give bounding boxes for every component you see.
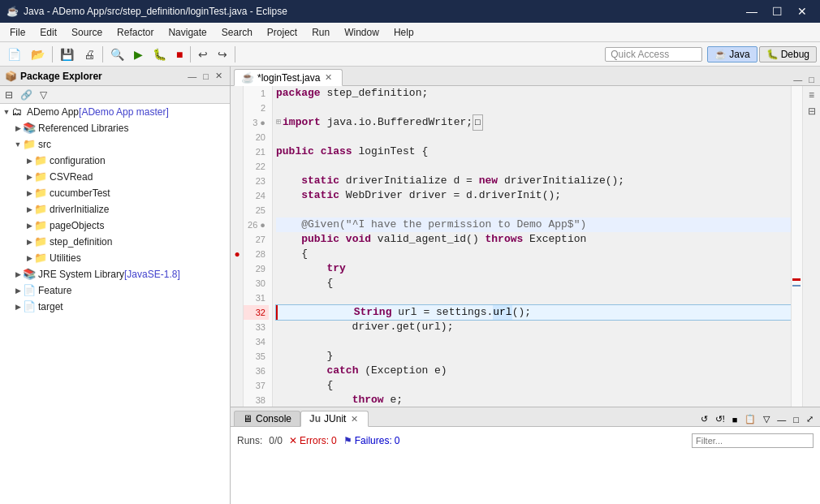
right-icon-1[interactable]: ≡ bbox=[805, 88, 819, 102]
toolbar-run-btn[interactable]: ▶ bbox=[130, 45, 147, 63]
tree-icon-stepdefinition: 📁 bbox=[34, 235, 47, 248]
tree-link-btn[interactable]: 🔗 bbox=[17, 88, 36, 102]
perspective-java-btn[interactable]: ☕ Java bbox=[707, 46, 757, 62]
linenum-31: 31 bbox=[244, 291, 269, 305]
tree-item-feature[interactable]: ▶ 📄 Feature bbox=[0, 282, 230, 299]
bottom-tab-junit[interactable]: Ju JUnit ✕ bbox=[300, 411, 369, 427]
failure-icon: ⚑ bbox=[343, 435, 352, 446]
toolbar-search-btn[interactable]: 🔍 bbox=[106, 45, 128, 63]
tree-item-target[interactable]: ▶ 📄 target bbox=[0, 299, 230, 315]
package-explorer-title: Package Explorer bbox=[20, 71, 102, 82]
editor-area: ☕ *loginTest.java ✕ — □ bbox=[231, 67, 820, 504]
menu-project[interactable]: Project bbox=[261, 25, 304, 40]
debug-perspective-icon: 🐛 bbox=[766, 49, 779, 60]
toolbar-print-btn[interactable]: 🖨 bbox=[80, 45, 99, 63]
code-line-31 bbox=[276, 291, 791, 305]
bottom-minimize-btn[interactable]: — bbox=[774, 412, 789, 426]
code-line-2 bbox=[276, 101, 791, 115]
toolbar-undo-btn[interactable]: ↩ bbox=[194, 45, 212, 63]
bottom-ctrl-4[interactable]: 📋 bbox=[741, 412, 759, 426]
bottom-tab-console[interactable]: 🖥 Console bbox=[234, 411, 300, 426]
minimize-panel-btn[interactable]: — bbox=[185, 70, 199, 82]
minimize-button[interactable]: — bbox=[740, 3, 764, 19]
perspective-area: ☕ Java 🐛 Debug bbox=[707, 46, 817, 62]
tree-item-ademoapp[interactable]: ▼ 🗂 ADemo App [ADemo App master] bbox=[0, 104, 230, 120]
bottom-panel: 🖥 Console Ju JUnit ✕ ↺ ↺! ■ 📋 ▽ — □ ⤢ bbox=[231, 407, 820, 504]
tree-icon-driverinitialize: 📁 bbox=[34, 203, 47, 216]
errors-value: 0 bbox=[331, 435, 337, 446]
toolbar-save-btn[interactable]: 💾 bbox=[56, 45, 78, 63]
linenum-1: 1 bbox=[244, 86, 269, 101]
tree-item-driverinitialize[interactable]: ▶ 📁 driverInitialize bbox=[0, 201, 230, 218]
bottom-maximize-btn[interactable]: □ bbox=[790, 412, 802, 426]
tree-icon-configuration: 📁 bbox=[34, 154, 47, 167]
package-explorer-header: 📦 Package Explorer — □ ✕ bbox=[0, 67, 230, 86]
tree-arrow-cucumbertest: ▶ bbox=[24, 189, 34, 197]
editor-tab-logintest[interactable]: ☕ *loginTest.java ✕ bbox=[234, 69, 343, 86]
bottom-tab-controls: ↺ ↺! ■ 📋 ▽ — □ ⤢ bbox=[697, 412, 820, 426]
errors-label: Errors: bbox=[300, 435, 329, 446]
menu-source[interactable]: Source bbox=[65, 25, 109, 40]
failures-label: Failures: bbox=[355, 435, 392, 446]
filter-input[interactable] bbox=[692, 433, 814, 448]
menu-help[interactable]: Help bbox=[387, 25, 421, 40]
tree-item-configuration[interactable]: ▶ 📁 configuration bbox=[0, 153, 230, 169]
tree-item-cucumbertest[interactable]: ▶ 📁 cucumberTest bbox=[0, 185, 230, 201]
editor-maximize-btn[interactable]: □ bbox=[806, 74, 817, 85]
menu-run[interactable]: Run bbox=[305, 25, 336, 40]
linenum-2: 2 bbox=[244, 101, 269, 115]
tree-item-stepdefinition[interactable]: ▶ 📁 step_definition bbox=[0, 234, 230, 250]
tree-content: ▼ 🗂 ADemo App [ADemo App master] ▶ 📚 Ref… bbox=[0, 104, 230, 504]
perspective-debug-btn[interactable]: 🐛 Debug bbox=[759, 46, 817, 62]
bottom-ctrl-1[interactable]: ↺ bbox=[697, 412, 711, 426]
menu-search[interactable]: Search bbox=[215, 25, 259, 40]
menu-navigate[interactable]: Navigate bbox=[162, 25, 213, 40]
tree-label-utilities: Utilities bbox=[50, 252, 81, 264]
gutter-line-1 bbox=[231, 86, 244, 101]
editor-main-row: ● 1 2 3 ● 20 21 22 23 24 25 26 ● 27 28 2… bbox=[231, 86, 820, 407]
menu-edit[interactable]: Edit bbox=[33, 25, 63, 40]
tree-item-reflibs[interactable]: ▶ 📚 Referenced Libraries bbox=[0, 120, 230, 136]
bottom-ctrl-2[interactable]: ↺! bbox=[712, 412, 728, 426]
tree-icon-cucumbertest: 📁 bbox=[34, 187, 47, 200]
menu-refactor[interactable]: Refactor bbox=[110, 25, 160, 40]
code-line-26: @Given("^I have the permission to Demo A… bbox=[276, 218, 791, 232]
menu-window[interactable]: Window bbox=[338, 25, 386, 40]
maximize-button[interactable]: ☐ bbox=[766, 3, 789, 19]
code-line-23: static driverInitialize d = new driverIn… bbox=[276, 174, 791, 188]
close-button[interactable]: ✕ bbox=[791, 3, 814, 19]
gutter-line-3 bbox=[231, 115, 244, 130]
editor-minimize-btn[interactable]: — bbox=[791, 74, 805, 85]
bottom-tabs: 🖥 Console Ju JUnit ✕ ↺ ↺! ■ 📋 ▽ — □ ⤢ bbox=[231, 407, 820, 427]
tree-arrow-ademoapp: ▼ bbox=[2, 108, 11, 116]
toolbar-debug-btn[interactable]: 🐛 bbox=[149, 45, 170, 63]
maximize-panel-btn[interactable]: □ bbox=[201, 70, 211, 82]
overview-ruler[interactable] bbox=[791, 86, 802, 407]
junit-tab-close[interactable]: ✕ bbox=[349, 414, 360, 424]
menu-file[interactable]: File bbox=[3, 25, 32, 40]
tree-item-src[interactable]: ▼ 📁 src bbox=[0, 136, 230, 153]
linenum-38: 38 bbox=[244, 393, 269, 407]
tree-filter-btn[interactable]: ▽ bbox=[37, 88, 50, 102]
toolbar-new-btn[interactable]: 📄 bbox=[3, 45, 25, 63]
toolbar-redo-btn[interactable]: ↪ bbox=[214, 45, 231, 63]
right-icon-2[interactable]: ⊟ bbox=[805, 104, 819, 118]
editor-tab-close-btn[interactable]: ✕ bbox=[323, 72, 334, 83]
bottom-content: Runs: 0/0 ✕ Errors: 0 ⚑ Failures: 0 bbox=[231, 427, 820, 504]
tree-item-pageobjects[interactable]: ▶ 📁 pageObjects bbox=[0, 218, 230, 234]
code-content[interactable]: package step_definition; ⊞ import java.i… bbox=[273, 86, 791, 407]
tree-item-jre[interactable]: ▶ 📚 JRE System Library [JavaSE-1.8] bbox=[0, 266, 230, 282]
bottom-view-btn[interactable]: ⤢ bbox=[803, 412, 817, 426]
bottom-ctrl-3[interactable]: ■ bbox=[729, 412, 741, 426]
toolbar-stop-btn[interactable]: ■ bbox=[172, 45, 187, 63]
line-numbers: 1 2 3 ● 20 21 22 23 24 25 26 ● 27 28 29 … bbox=[244, 86, 273, 407]
java-perspective-label: Java bbox=[729, 49, 749, 60]
close-panel-btn[interactable]: ✕ bbox=[213, 70, 225, 82]
tree-item-utilities[interactable]: ▶ 📁 Utilities bbox=[0, 250, 230, 266]
tree-item-csvread[interactable]: ▶ 📁 CSVRead bbox=[0, 169, 230, 185]
bottom-ctrl-5[interactable]: ▽ bbox=[760, 412, 773, 426]
quick-access-box[interactable]: Quick Access bbox=[605, 47, 702, 62]
tree-collapse-btn[interactable]: ⊟ bbox=[2, 88, 16, 102]
toolbar-open-btn[interactable]: 📂 bbox=[27, 45, 49, 63]
tree-icon-utilities: 📁 bbox=[34, 252, 47, 265]
